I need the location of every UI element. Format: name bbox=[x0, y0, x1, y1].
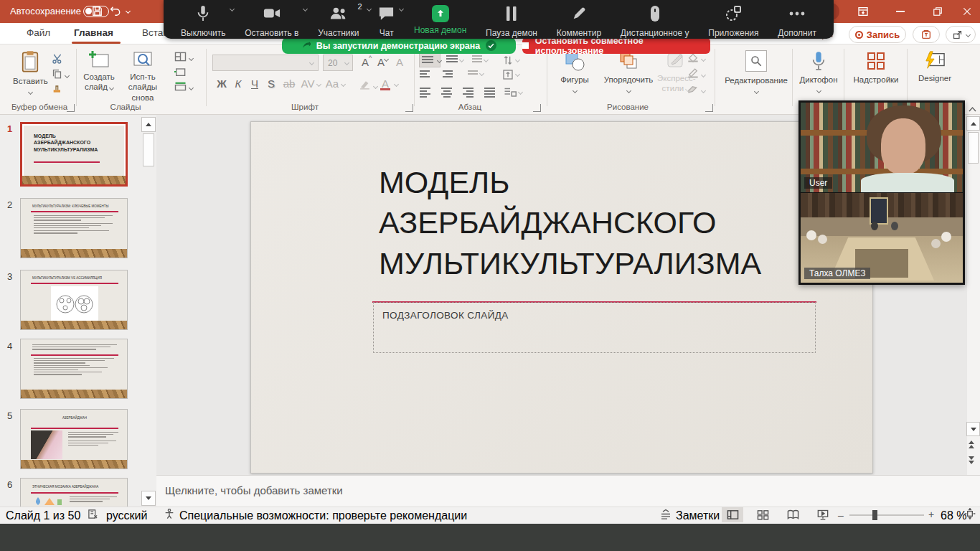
notes-toggle-icon[interactable] bbox=[660, 509, 672, 522]
align-center-button[interactable] bbox=[441, 88, 452, 98]
participants-chevron-icon[interactable] bbox=[366, 6, 371, 11]
zoom-participants-button[interactable]: 2 Участники bbox=[314, 0, 363, 39]
minimize-button[interactable] bbox=[884, 0, 917, 23]
editor-scrollbar-track[interactable] bbox=[967, 115, 980, 475]
increase-indent-icon[interactable] bbox=[443, 70, 453, 77]
share-button[interactable] bbox=[946, 26, 976, 43]
notes-placeholder[interactable]: Щелкните, чтобы добавить заметки bbox=[165, 484, 343, 496]
view-normal-button[interactable] bbox=[722, 507, 743, 522]
share-to-teams-button[interactable] bbox=[913, 26, 940, 43]
highlight-pen-icon[interactable] bbox=[359, 79, 377, 93]
shapes-button[interactable]: Фигуры bbox=[554, 50, 595, 95]
slide-thumbnail-3[interactable]: МУЛЬТИКУЛЬТУРАЛИЗМ VS АССИМИЛЯЦИЯ bbox=[20, 270, 128, 330]
text-direction-button[interactable] bbox=[502, 55, 514, 68]
language-indicator[interactable]: русский bbox=[106, 509, 147, 522]
editor-scrollbar-thumb[interactable] bbox=[968, 132, 979, 164]
slide-thumbnail-4[interactable] bbox=[20, 339, 128, 399]
subtitle-text[interactable]: ПОДЗАГОЛОВОК СЛАЙДА bbox=[382, 310, 509, 321]
section-icon[interactable] bbox=[174, 81, 193, 94]
zoom-in-button[interactable]: + bbox=[928, 509, 934, 520]
decrease-indent-icon[interactable] bbox=[420, 70, 430, 77]
collapse-ribbon-chevron-icon[interactable] bbox=[968, 103, 978, 110]
spellcheck-icon[interactable] bbox=[88, 509, 98, 522]
thumb-scroll-up-button[interactable] bbox=[141, 117, 156, 132]
line-spacing-icon[interactable] bbox=[468, 70, 478, 75]
paragraph-dialog-launcher[interactable] bbox=[533, 104, 541, 112]
numbering-button[interactable] bbox=[446, 55, 458, 62]
previous-slide-button[interactable] bbox=[969, 441, 974, 448]
clear-formatting-button[interactable]: А bbox=[392, 56, 407, 68]
addins-button[interactable]: Надстройки bbox=[848, 50, 904, 85]
slide-thumbnail-1[interactable]: МОДЕЛЬ АЗЕРБАЙДЖАНСКОГО МУЛЬТИКУЛЬТУРАЛИ… bbox=[20, 122, 128, 187]
accessibility-status[interactable]: Специальные возможности: проверьте реком… bbox=[179, 509, 467, 522]
undo-dropdown-chevron-icon[interactable] bbox=[126, 9, 131, 14]
editor-scroll-up-button[interactable] bbox=[966, 116, 980, 131]
zoom-mute-button[interactable]: Выключить bbox=[176, 0, 230, 39]
slide-title[interactable]: МОДЕЛЬ АЗЕРБАЙДЖАНСКОГО МУЛЬТИКУЛЬТУРАЛИ… bbox=[379, 162, 809, 283]
text-shadow-button[interactable]: S bbox=[263, 77, 279, 90]
slide-thumbnail-6[interactable]: ЭТНИЧЕСКАЯ МОЗАИКА АЗЕРБАЙДЖАНА bbox=[20, 478, 128, 507]
zoom-slider-track[interactable] bbox=[849, 514, 924, 516]
close-button[interactable] bbox=[954, 0, 980, 23]
zoom-slider-thumb[interactable] bbox=[872, 510, 877, 520]
zoom-apps-button[interactable]: Приложения bbox=[704, 0, 763, 39]
zoom-remote-control-button[interactable]: Дистанционное у bbox=[616, 0, 694, 39]
layout-icon[interactable] bbox=[174, 52, 193, 65]
convert-smartart-button[interactable] bbox=[504, 86, 517, 100]
zoom-level[interactable]: 68 % bbox=[941, 509, 966, 522]
thumb-scroll-down-button[interactable] bbox=[141, 491, 156, 506]
font-name-combo[interactable] bbox=[212, 55, 319, 71]
format-painter-icon[interactable] bbox=[52, 83, 63, 98]
dictate-button[interactable]: Диктофон bbox=[796, 50, 841, 95]
zoom-video-panel[interactable]: User Талха ОЛМЕЗ bbox=[798, 100, 965, 285]
shape-effects-icon[interactable] bbox=[687, 83, 705, 97]
shape-outline-icon[interactable] bbox=[687, 67, 705, 81]
bullets-button[interactable] bbox=[419, 52, 440, 67]
next-slide-button[interactable] bbox=[969, 456, 974, 464]
save-icon[interactable] bbox=[91, 5, 103, 20]
list-level-button[interactable] bbox=[472, 55, 482, 62]
zoom-new-share-button[interactable]: Новая демон bbox=[410, 0, 471, 39]
font-dialog-launcher[interactable] bbox=[405, 104, 413, 112]
view-slide-sorter-button[interactable] bbox=[752, 507, 773, 522]
align-left-button[interactable] bbox=[420, 88, 430, 98]
bold-button[interactable]: Ж bbox=[214, 77, 230, 90]
strikethrough-button[interactable]: ab bbox=[281, 77, 297, 90]
slide-counter[interactable]: Слайд 1 из 50 bbox=[6, 509, 80, 522]
font-size-combo[interactable]: 20 bbox=[323, 55, 353, 71]
undo-icon[interactable] bbox=[109, 5, 122, 20]
stop-sharing-button[interactable]: Остановить совместное использование bbox=[522, 37, 710, 54]
participant-video-user[interactable]: User bbox=[801, 103, 963, 192]
change-case-button[interactable]: Aa bbox=[324, 77, 340, 90]
editing-button[interactable]: Редактирование bbox=[723, 50, 789, 96]
copy-icon[interactable] bbox=[52, 68, 69, 82]
accessibility-icon[interactable] bbox=[164, 508, 175, 522]
participant-video-talha[interactable]: Талха ОЛМЕЗ bbox=[801, 193, 963, 283]
font-color-icon[interactable]: А bbox=[380, 77, 390, 90]
slide-thumbnail-2[interactable]: МУЛЬТИКУЛЬТУРАЛИЗМ: КЛЮЧЕВЫЕ МОМЕНТЫ bbox=[20, 198, 128, 258]
drawing-dialog-launcher[interactable] bbox=[705, 104, 713, 112]
record-button[interactable]: Запись bbox=[849, 26, 906, 43]
zoom-chat-button[interactable]: Чат bbox=[374, 0, 399, 39]
video-chevron-icon[interactable] bbox=[303, 6, 308, 11]
view-slideshow-button[interactable] bbox=[812, 507, 834, 522]
zoom-out-button[interactable]: – bbox=[838, 509, 844, 521]
align-text-button[interactable] bbox=[502, 69, 514, 83]
justify-button[interactable] bbox=[484, 88, 495, 98]
zoom-annotate-button[interactable]: Комментир bbox=[552, 0, 606, 39]
paste-button[interactable]: Вставить bbox=[13, 50, 47, 97]
fit-to-window-icon[interactable] bbox=[964, 508, 976, 522]
new-slide-button[interactable]: Создать слайд bbox=[80, 50, 118, 93]
view-reading-button[interactable] bbox=[782, 507, 804, 522]
reset-slide-icon[interactable] bbox=[174, 67, 186, 80]
align-right-button[interactable] bbox=[463, 88, 473, 98]
tab-file[interactable]: Файл bbox=[27, 27, 50, 38]
arrange-button[interactable]: Упорядочить bbox=[600, 50, 657, 95]
mute-chevron-icon[interactable] bbox=[230, 6, 235, 11]
zoom-stop-video-button[interactable]: Остановить в bbox=[240, 0, 303, 39]
chat-chevron-icon[interactable] bbox=[399, 6, 404, 11]
slide-thumbnail-5[interactable]: АЗЕРБАЙДЖАН bbox=[20, 409, 128, 469]
designer-button[interactable]: Designer bbox=[911, 50, 958, 83]
ribbon-display-options-button[interactable] bbox=[847, 0, 880, 23]
notes-toggle-button[interactable]: Заметки bbox=[676, 509, 720, 522]
